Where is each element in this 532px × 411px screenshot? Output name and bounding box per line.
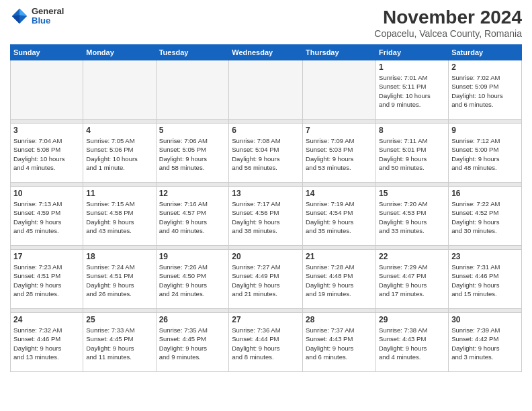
day-info: Sunrise: 7:12 AM Sunset: 5:00 PM Dayligh… — [451, 136, 519, 172]
calendar-cell: 16Sunrise: 7:22 AM Sunset: 4:52 PM Dayli… — [449, 187, 522, 246]
calendar-header: Sunday Monday Tuesday Wednesday Thursday… — [11, 45, 522, 60]
day-info: Sunrise: 7:20 AM Sunset: 4:53 PM Dayligh… — [379, 199, 445, 235]
col-sunday: Sunday — [11, 45, 83, 60]
day-info: Sunrise: 7:38 AM Sunset: 4:43 PM Dayligh… — [379, 326, 445, 361]
calendar-cell: 12Sunrise: 7:16 AM Sunset: 4:57 PM Dayli… — [156, 187, 229, 246]
calendar-cell: 19Sunrise: 7:26 AM Sunset: 4:50 PM Dayli… — [156, 250, 229, 309]
calendar-cell: 5Sunrise: 7:06 AM Sunset: 5:05 PM Daylig… — [156, 124, 229, 183]
day-number: 19 — [159, 252, 226, 261]
calendar-week-4: 17Sunrise: 7:23 AM Sunset: 4:51 PM Dayli… — [11, 250, 522, 309]
title-section: November 2024 Copacelu, Valcea County, R… — [374, 7, 522, 39]
day-number: 5 — [159, 126, 226, 135]
calendar-week-1: 1Sunrise: 7:01 AM Sunset: 5:11 PM Daylig… — [11, 60, 522, 120]
calendar-cell: 23Sunrise: 7:31 AM Sunset: 4:46 PM Dayli… — [449, 250, 522, 309]
day-info: Sunrise: 7:32 AM Sunset: 4:46 PM Dayligh… — [13, 326, 80, 361]
svg-marker-2 — [12, 15, 19, 24]
day-info: Sunrise: 7:23 AM Sunset: 4:51 PM Dayligh… — [13, 263, 80, 298]
calendar-cell: 3Sunrise: 7:04 AM Sunset: 5:08 PM Daylig… — [11, 124, 83, 183]
page: General Blue November 2024 Copacelu, Val… — [0, 0, 532, 411]
day-info: Sunrise: 7:17 AM Sunset: 4:56 PM Dayligh… — [232, 199, 300, 235]
day-number: 30 — [451, 315, 519, 324]
day-info: Sunrise: 7:36 AM Sunset: 4:44 PM Dayligh… — [232, 326, 300, 361]
logo-text: General Blue — [32, 7, 64, 26]
calendar-cell: 14Sunrise: 7:19 AM Sunset: 4:54 PM Dayli… — [303, 187, 376, 246]
calendar-week-2: 3Sunrise: 7:04 AM Sunset: 5:08 PM Daylig… — [11, 124, 522, 183]
day-info: Sunrise: 7:04 AM Sunset: 5:08 PM Dayligh… — [13, 136, 80, 172]
calendar-cell: 11Sunrise: 7:15 AM Sunset: 4:58 PM Dayli… — [83, 187, 156, 246]
day-number: 25 — [86, 315, 152, 324]
day-info: Sunrise: 7:27 AM Sunset: 4:49 PM Dayligh… — [232, 263, 300, 298]
day-info: Sunrise: 7:19 AM Sunset: 4:54 PM Dayligh… — [306, 199, 373, 235]
day-number: 16 — [451, 189, 519, 198]
header-row: Sunday Monday Tuesday Wednesday Thursday… — [11, 45, 522, 60]
calendar-cell: 17Sunrise: 7:23 AM Sunset: 4:51 PM Dayli… — [11, 250, 83, 309]
day-number: 22 — [379, 252, 445, 261]
calendar-cell: 29Sunrise: 7:38 AM Sunset: 4:43 PM Dayli… — [376, 313, 449, 372]
day-info: Sunrise: 7:31 AM Sunset: 4:46 PM Dayligh… — [451, 263, 519, 298]
day-number: 10 — [13, 189, 80, 198]
day-number: 23 — [451, 252, 519, 261]
day-info: Sunrise: 7:22 AM Sunset: 4:52 PM Dayligh… — [451, 199, 519, 235]
day-info: Sunrise: 7:06 AM Sunset: 5:05 PM Dayligh… — [159, 136, 226, 172]
calendar-cell: 13Sunrise: 7:17 AM Sunset: 4:56 PM Dayli… — [229, 187, 303, 246]
calendar-week-5: 24Sunrise: 7:32 AM Sunset: 4:46 PM Dayli… — [11, 313, 522, 372]
day-number: 6 — [232, 126, 300, 135]
day-number: 26 — [159, 315, 226, 324]
day-info: Sunrise: 7:37 AM Sunset: 4:43 PM Dayligh… — [306, 326, 373, 361]
day-info: Sunrise: 7:28 AM Sunset: 4:48 PM Dayligh… — [306, 263, 373, 298]
col-friday: Friday — [376, 45, 449, 60]
svg-marker-1 — [19, 9, 27, 16]
calendar-cell — [229, 60, 303, 120]
day-number: 9 — [451, 126, 519, 135]
day-info: Sunrise: 7:09 AM Sunset: 5:03 PM Dayligh… — [306, 136, 373, 172]
calendar-cell: 15Sunrise: 7:20 AM Sunset: 4:53 PM Dayli… — [376, 187, 449, 246]
day-info: Sunrise: 7:15 AM Sunset: 4:58 PM Dayligh… — [86, 199, 152, 235]
month-title: November 2024 — [374, 7, 522, 28]
day-info: Sunrise: 7:16 AM Sunset: 4:57 PM Dayligh… — [159, 199, 226, 235]
calendar-cell: 18Sunrise: 7:24 AM Sunset: 4:51 PM Dayli… — [83, 250, 156, 309]
day-number: 4 — [86, 126, 152, 135]
day-number: 11 — [86, 189, 152, 198]
logo: General Blue — [10, 7, 64, 26]
day-number: 17 — [13, 252, 80, 261]
day-number: 3 — [13, 126, 80, 135]
calendar-cell: 8Sunrise: 7:11 AM Sunset: 5:01 PM Daylig… — [376, 124, 449, 183]
col-tuesday: Tuesday — [156, 45, 229, 60]
calendar-cell — [11, 60, 83, 120]
day-number: 24 — [13, 315, 80, 324]
calendar-cell: 28Sunrise: 7:37 AM Sunset: 4:43 PM Dayli… — [303, 313, 376, 372]
calendar-cell: 1Sunrise: 7:01 AM Sunset: 5:11 PM Daylig… — [376, 60, 449, 120]
calendar-week-3: 10Sunrise: 7:13 AM Sunset: 4:59 PM Dayli… — [11, 187, 522, 246]
calendar-cell: 30Sunrise: 7:39 AM Sunset: 4:42 PM Dayli… — [449, 313, 522, 372]
calendar-cell: 24Sunrise: 7:32 AM Sunset: 4:46 PM Dayli… — [11, 313, 83, 372]
day-info: Sunrise: 7:02 AM Sunset: 5:09 PM Dayligh… — [451, 73, 519, 109]
logo-general: General — [32, 7, 64, 16]
day-info: Sunrise: 7:08 AM Sunset: 5:04 PM Dayligh… — [232, 136, 300, 172]
day-number: 20 — [232, 252, 300, 261]
day-info: Sunrise: 7:35 AM Sunset: 4:45 PM Dayligh… — [159, 326, 226, 361]
day-number: 8 — [379, 126, 445, 135]
calendar-cell: 26Sunrise: 7:35 AM Sunset: 4:45 PM Dayli… — [156, 313, 229, 372]
calendar-cell — [303, 60, 376, 120]
day-info: Sunrise: 7:29 AM Sunset: 4:47 PM Dayligh… — [379, 263, 445, 298]
day-number: 7 — [306, 126, 373, 135]
logo-icon — [10, 7, 29, 26]
calendar-cell: 10Sunrise: 7:13 AM Sunset: 4:59 PM Dayli… — [11, 187, 83, 246]
calendar-body: 1Sunrise: 7:01 AM Sunset: 5:11 PM Daylig… — [11, 60, 522, 372]
calendar-cell — [83, 60, 156, 120]
day-number: 21 — [306, 252, 373, 261]
day-info: Sunrise: 7:26 AM Sunset: 4:50 PM Dayligh… — [159, 263, 226, 298]
calendar-cell: 2Sunrise: 7:02 AM Sunset: 5:09 PM Daylig… — [449, 60, 522, 120]
calendar-cell: 6Sunrise: 7:08 AM Sunset: 5:04 PM Daylig… — [229, 124, 303, 183]
calendar-cell: 7Sunrise: 7:09 AM Sunset: 5:03 PM Daylig… — [303, 124, 376, 183]
calendar-cell: 25Sunrise: 7:33 AM Sunset: 4:45 PM Dayli… — [83, 313, 156, 372]
calendar-cell: 21Sunrise: 7:28 AM Sunset: 4:48 PM Dayli… — [303, 250, 376, 309]
day-info: Sunrise: 7:24 AM Sunset: 4:51 PM Dayligh… — [86, 263, 152, 298]
day-info: Sunrise: 7:05 AM Sunset: 5:06 PM Dayligh… — [86, 136, 152, 172]
day-info: Sunrise: 7:33 AM Sunset: 4:45 PM Dayligh… — [86, 326, 152, 361]
calendar-cell: 9Sunrise: 7:12 AM Sunset: 5:00 PM Daylig… — [449, 124, 522, 183]
day-number: 15 — [379, 189, 445, 198]
day-number: 1 — [379, 62, 445, 72]
day-number: 28 — [306, 315, 373, 324]
col-wednesday: Wednesday — [229, 45, 303, 60]
